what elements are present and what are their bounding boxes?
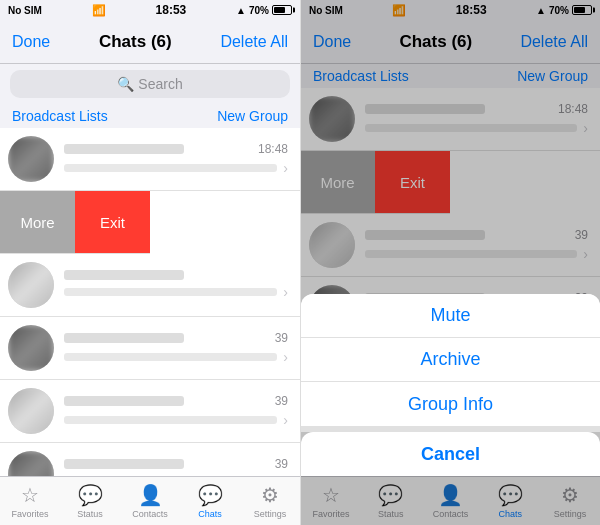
tab-settings-left[interactable]: ⚙ Settings	[240, 477, 300, 525]
chevron-right-icon: ›	[283, 284, 288, 300]
chat-content: ›	[64, 270, 288, 300]
battery-icon-left	[272, 5, 292, 15]
time-left: 18:53	[156, 3, 187, 17]
status-bar-left: No SIM 📶 18:53 ▲ 70%	[0, 0, 300, 20]
mute-button[interactable]: Mute	[301, 294, 600, 338]
swipe-actions: More Exit	[0, 191, 150, 253]
search-icon-left: 🔍	[117, 76, 134, 92]
avatar	[8, 136, 54, 182]
table-row[interactable]: 39 ›	[0, 380, 300, 443]
chat-time: 18:48	[258, 142, 288, 156]
archive-button[interactable]: Archive	[301, 338, 600, 382]
chat-name	[64, 270, 184, 280]
action-sheet-cancel: Cancel	[301, 432, 600, 476]
battery-percent-left: 70%	[249, 5, 269, 16]
chat-time: 39	[275, 331, 288, 345]
tab-label: Favorites	[11, 509, 48, 519]
chevron-right-icon: ›	[283, 160, 288, 176]
nav-title-left: Chats (6)	[99, 32, 172, 52]
status-icons-left: ▲ 70%	[236, 5, 292, 16]
avatar	[8, 262, 54, 308]
cancel-button[interactable]: Cancel	[301, 432, 600, 476]
chevron-right-icon: ›	[283, 475, 288, 476]
tab-label: Status	[77, 509, 103, 519]
done-button-left[interactable]: Done	[12, 33, 50, 51]
tab-contacts-left[interactable]: 👤 Contacts	[120, 477, 180, 525]
table-row[interactable]: 18:39 e added › More Exit	[0, 191, 150, 254]
more-button[interactable]: More	[0, 191, 75, 253]
avatar	[8, 325, 54, 371]
chat-name	[64, 459, 184, 469]
location-icon: ▲	[236, 5, 246, 16]
search-input-left[interactable]: 🔍 Search	[10, 70, 290, 98]
chat-name	[64, 333, 184, 343]
carrier-left: No SIM	[8, 5, 42, 16]
right-panel: No SIM 📶 18:53 ▲ 70% Done Chats (6) Dele…	[300, 0, 600, 525]
action-sheet-container: Mute Archive Group Info	[301, 294, 600, 426]
chat-preview	[64, 288, 277, 296]
table-row[interactable]: 39 ›	[0, 443, 300, 476]
chat-preview	[64, 353, 277, 361]
chat-time: 39	[275, 394, 288, 408]
settings-icon: ⚙	[261, 483, 279, 507]
search-bar-left: 🔍 Search	[0, 64, 300, 104]
chat-content: 39 ›	[64, 394, 288, 428]
nav-bar-left: Done Chats (6) Delete All	[0, 20, 300, 64]
chat-list-left: 18:48 › 18:39 e added ›	[0, 128, 300, 476]
tab-label: Chats	[198, 509, 222, 519]
group-info-button[interactable]: Group Info	[301, 382, 600, 426]
chat-preview	[64, 416, 277, 424]
chevron-right-icon: ›	[283, 412, 288, 428]
chat-content: 18:48 ›	[64, 142, 288, 176]
chat-content: 39 ›	[64, 331, 288, 365]
table-row[interactable]: 39 ›	[0, 317, 300, 380]
tab-label: Settings	[254, 509, 287, 519]
section-header-left: Broadcast Lists New Group	[0, 104, 300, 128]
chat-name	[64, 144, 184, 154]
chevron-right-icon: ›	[283, 349, 288, 365]
action-sheet: Mute Archive Group Info Cancel	[301, 294, 600, 476]
table-row[interactable]: 18:48 ›	[0, 128, 300, 191]
tab-favorites-left[interactable]: ☆ Favorites	[0, 477, 60, 525]
chat-preview	[64, 164, 277, 172]
search-placeholder-left: Search	[138, 76, 182, 92]
chat-name	[64, 396, 184, 406]
delete-all-button-left[interactable]: Delete All	[220, 33, 288, 51]
status-icon: 💬	[78, 483, 103, 507]
avatar	[8, 388, 54, 434]
tab-bar-left: ☆ Favorites 💬 Status 👤 Contacts 💬 Chats …	[0, 476, 300, 525]
tab-chats-left[interactable]: 💬 Chats	[180, 477, 240, 525]
tab-status-left[interactable]: 💬 Status	[60, 477, 120, 525]
exit-button[interactable]: Exit	[75, 191, 150, 253]
left-panel: No SIM 📶 18:53 ▲ 70% Done Chats (6) Dele…	[0, 0, 300, 525]
wifi-icon: 📶	[92, 4, 106, 17]
chats-icon: 💬	[198, 483, 223, 507]
new-group-link-left[interactable]: New Group	[217, 108, 288, 124]
star-icon: ☆	[21, 483, 39, 507]
broadcast-lists-link-left[interactable]: Broadcast Lists	[12, 108, 108, 124]
tab-label: Contacts	[132, 509, 168, 519]
table-row[interactable]: ›	[0, 254, 300, 317]
chat-content: 39 ›	[64, 457, 288, 476]
contacts-icon: 👤	[138, 483, 163, 507]
avatar	[8, 451, 54, 476]
chat-time: 39	[275, 457, 288, 471]
